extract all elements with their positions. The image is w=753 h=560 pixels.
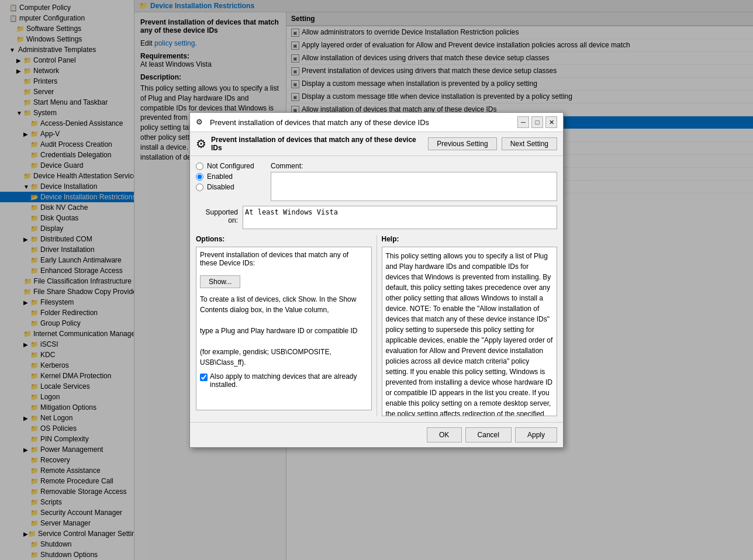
modal-titlebar: ⚙ Prevent installation of devices that m… xyxy=(190,113,563,132)
enabled-label: Enabled xyxy=(207,172,233,181)
comment-label: Comment: xyxy=(271,162,557,170)
not-configured-radio[interactable] xyxy=(196,163,203,170)
modal-icon: ⚙ xyxy=(196,117,205,127)
options-help-container: Options: Prevent installation of devices… xyxy=(196,235,557,416)
nav-icon: ⚙ xyxy=(196,137,206,151)
apply-button[interactable]: Apply xyxy=(515,427,557,443)
supported-on-textarea: At least Windows Vista xyxy=(243,206,557,229)
comment-textarea[interactable] xyxy=(271,172,557,201)
help-section: Help: This policy setting allows you to … xyxy=(376,235,558,416)
not-configured-label: Not Configured xyxy=(207,162,254,170)
supported-section: Supported on: At least Windows Vista xyxy=(196,206,557,229)
checkbox-container: Also apply to matching devices that are … xyxy=(200,372,368,389)
radio-group: Not Configured Enabled Disabled xyxy=(196,162,266,196)
modal-footer: OK Cancel Apply xyxy=(190,422,563,447)
not-configured-option[interactable]: Not Configured xyxy=(196,162,266,170)
options-content: Prevent installation of devices that mat… xyxy=(196,247,372,410)
help-content: This policy setting allows you to specif… xyxy=(382,247,558,416)
close-button[interactable]: ✕ xyxy=(545,116,557,128)
previous-setting-button[interactable]: Previous Setting xyxy=(428,137,496,150)
already-installed-checkbox[interactable] xyxy=(200,374,208,381)
disabled-radio[interactable] xyxy=(196,184,203,191)
options-section: Options: Prevent installation of devices… xyxy=(196,235,376,416)
modal-controls: ─ □ ✕ xyxy=(517,116,557,128)
modal-title: Prevent installation of devices that mat… xyxy=(210,118,429,127)
comment-container: Comment: xyxy=(271,162,557,201)
enabled-option[interactable]: Enabled xyxy=(196,172,266,181)
disabled-label: Disabled xyxy=(207,183,234,191)
disabled-option[interactable]: Disabled xyxy=(196,183,266,191)
options-text: Prevent installation of devices that mat… xyxy=(200,251,368,267)
help-header: Help: xyxy=(382,235,558,243)
modal-nav-title: Prevent installation of devices that mat… xyxy=(211,136,423,152)
show-button[interactable]: Show... xyxy=(200,275,240,288)
options-header: Options: xyxy=(196,235,372,243)
maximize-button[interactable]: □ xyxy=(531,116,543,128)
modal-overlay: ⚙ Prevent installation of devices that m… xyxy=(0,0,753,560)
ok-button[interactable]: OK xyxy=(427,427,462,443)
policy-settings-modal: ⚙ Prevent installation of devices that m… xyxy=(189,112,564,448)
modal-body: Not Configured Enabled Disabled Comment: xyxy=(190,156,563,422)
options-extra-text: To create a list of devices, click Show.… xyxy=(200,294,368,368)
supported-on-label: Supported on: xyxy=(196,206,243,229)
radio-comment-row: Not Configured Enabled Disabled Comment: xyxy=(196,162,557,201)
enabled-radio[interactable] xyxy=(196,173,203,181)
modal-title-container: ⚙ Prevent installation of devices that m… xyxy=(196,117,429,127)
minimize-button[interactable]: ─ xyxy=(517,116,529,128)
help-text: This policy setting allows you to specif… xyxy=(386,251,554,416)
next-setting-button[interactable]: Next Setting xyxy=(502,137,557,150)
modal-nav: ⚙ Prevent installation of devices that m… xyxy=(190,132,563,156)
checkbox-label[interactable]: Also apply to matching devices that are … xyxy=(210,372,368,389)
cancel-button[interactable]: Cancel xyxy=(465,427,512,443)
